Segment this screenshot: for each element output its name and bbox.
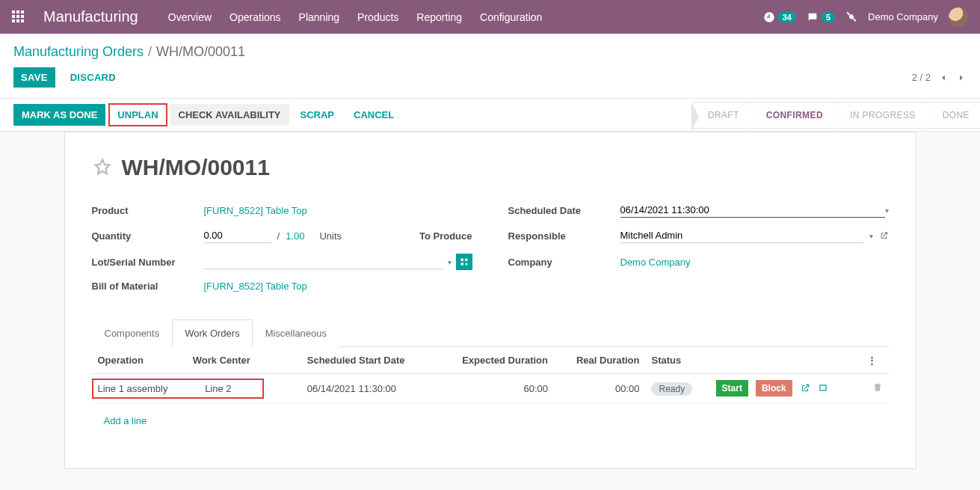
scheduled-date-caret-icon[interactable]: ▾ xyxy=(885,206,889,215)
form-sheet: WH/MO/00011 Product [FURN_8522] Table To… xyxy=(64,132,916,469)
pager-prev-icon[interactable] xyxy=(938,73,949,83)
clock-icon xyxy=(763,11,775,23)
scrap-button[interactable]: Scrap xyxy=(292,104,343,126)
breadcrumb: Manufacturing Orders / WH/MO/00011 xyxy=(0,34,980,64)
mark-done-button[interactable]: Mark as Done xyxy=(13,104,105,126)
menu-operations[interactable]: Operations xyxy=(229,11,280,23)
label-scheduled-date: Scheduled Date xyxy=(508,205,620,216)
label-product: Product xyxy=(92,205,204,216)
user-avatar[interactable] xyxy=(949,7,968,27)
grid-plus-icon xyxy=(460,257,469,266)
cell-real-dur[interactable]: 00:00 xyxy=(554,374,645,403)
th-work-center: Work Center xyxy=(187,347,301,374)
navbar-right: 34 5 Demo Company xyxy=(763,7,968,27)
record-title: WH/MO/00011 xyxy=(122,155,270,180)
cell-exp-dur[interactable]: 60:00 xyxy=(435,374,554,403)
messages-indicator[interactable]: 5 xyxy=(807,11,835,23)
column-menu-icon[interactable]: ⋮ xyxy=(867,355,877,366)
status-badge: Ready xyxy=(651,382,692,396)
status-stages: Draft Confirmed In Progress Done xyxy=(691,102,980,129)
label-bom: Bill of Material xyxy=(92,281,204,292)
quantity-input[interactable] xyxy=(204,228,271,243)
tools-icon[interactable] xyxy=(845,11,857,23)
activity-indicator[interactable]: 34 xyxy=(763,11,796,23)
scheduled-date-input[interactable] xyxy=(620,203,885,218)
title-row: WH/MO/00011 xyxy=(92,155,889,180)
th-sched-start: Scheduled Start Date xyxy=(301,347,435,374)
responsible-input[interactable] xyxy=(620,228,863,243)
field-responsible: Responsible ▾ xyxy=(508,228,889,243)
cell-work-center[interactable]: Line 2 xyxy=(205,383,231,394)
field-bom: Bill of Material [FURN_8522] Table Top xyxy=(92,281,472,292)
form-fields: Product [FURN_8522] Table Top Scheduled … xyxy=(92,203,889,292)
lot-add-button[interactable] xyxy=(456,254,472,270)
tablet-icon[interactable] xyxy=(818,383,828,393)
th-actions xyxy=(710,347,861,374)
block-button[interactable]: Block xyxy=(756,380,792,396)
menu-products[interactable]: Products xyxy=(357,11,398,23)
company-link[interactable]: Demo Company xyxy=(620,257,691,268)
stage-confirmed[interactable]: Confirmed xyxy=(750,102,833,129)
external-link-icon[interactable] xyxy=(879,230,889,241)
pager-next-icon[interactable] xyxy=(956,73,967,83)
th-status: Status xyxy=(645,347,709,374)
menu-overview[interactable]: Overview xyxy=(168,11,212,23)
discard-button[interactable]: Discard xyxy=(63,67,123,88)
th-exp-dur: Expected Duration xyxy=(435,347,554,374)
field-quantity: Quantity / 1.00 Units To Produce xyxy=(92,228,472,243)
tabs: Components Work Orders Miscellaneous xyxy=(92,319,889,347)
tab-misc[interactable]: Miscellaneous xyxy=(253,319,339,347)
trash-icon[interactable] xyxy=(872,382,883,393)
pager: 2 / 2 xyxy=(912,72,967,83)
cell-sched-start[interactable]: 06/14/2021 11:30:00 xyxy=(301,374,435,403)
tab-components[interactable]: Components xyxy=(92,319,173,347)
highlighted-cells: Line 1 assembly Line 2 xyxy=(92,379,264,399)
menu-planning[interactable]: Planning xyxy=(299,11,340,23)
menu-configuration[interactable]: Configuration xyxy=(480,11,542,23)
field-company: Company Demo Company xyxy=(508,254,889,270)
status-buttons: Mark as Done Unplan Check Availability S… xyxy=(0,99,416,131)
label-lot: Lot/Serial Number xyxy=(92,257,204,268)
cancel-button[interactable]: Cancel xyxy=(345,104,402,126)
chat-icon xyxy=(807,11,819,23)
responsible-caret-icon[interactable]: ▾ xyxy=(869,232,873,240)
th-real-dur: Real Duration xyxy=(554,347,645,374)
breadcrumb-root[interactable]: Manufacturing Orders xyxy=(13,44,144,60)
messages-badge: 5 xyxy=(822,12,835,22)
app-brand: Manufacturing xyxy=(43,8,138,25)
field-lot: Lot/Serial Number ▾ xyxy=(92,254,472,270)
tab-work-orders[interactable]: Work Orders xyxy=(172,319,252,347)
table-row[interactable]: Line 1 assembly Line 2 06/14/2021 11:30:… xyxy=(92,374,889,403)
label-company: Company xyxy=(508,257,620,268)
stage-in-progress[interactable]: In Progress xyxy=(833,102,926,129)
cell-operation[interactable]: Line 1 assembly xyxy=(98,383,203,394)
label-responsible: Responsible xyxy=(508,230,620,242)
menu-reporting[interactable]: Reporting xyxy=(416,11,462,23)
field-product: Product [FURN_8522] Table Top xyxy=(92,203,472,218)
product-link[interactable]: [FURN_8522] Table Top xyxy=(204,205,307,216)
company-name[interactable]: Demo Company xyxy=(868,11,938,22)
stage-done[interactable]: Done xyxy=(926,102,980,129)
apps-icon[interactable] xyxy=(12,10,25,24)
top-menu: Overview Operations Planning Products Re… xyxy=(168,11,543,23)
workorders-table: Operation Work Center Scheduled Start Da… xyxy=(92,347,889,438)
lot-input[interactable] xyxy=(204,254,443,269)
quantity-target[interactable]: 1.00 xyxy=(286,230,304,242)
save-button[interactable]: Save xyxy=(13,67,55,88)
favorite-star-icon[interactable] xyxy=(92,157,113,178)
bom-link[interactable]: [FURN_8522] Table Top xyxy=(204,281,307,292)
stage-draft[interactable]: Draft xyxy=(691,102,750,129)
add-line-link[interactable]: Add a line xyxy=(98,409,153,432)
breadcrumb-current: WH/MO/00011 xyxy=(156,44,245,60)
status-bar: Mark as Done Unplan Check Availability S… xyxy=(0,98,980,132)
th-operation: Operation xyxy=(92,347,187,374)
label-quantity: Quantity xyxy=(92,230,204,242)
quantity-uom: Units xyxy=(319,230,342,242)
unplan-button[interactable]: Unplan xyxy=(108,103,167,126)
lot-caret-icon[interactable]: ▾ xyxy=(448,258,452,266)
start-button[interactable]: Start xyxy=(716,380,748,396)
check-availability-button[interactable]: Check Availability xyxy=(170,104,289,126)
breadcrumb-sep: / xyxy=(148,44,152,60)
external-link-icon[interactable] xyxy=(800,383,810,393)
navbar: Manufacturing Overview Operations Planni… xyxy=(0,0,980,34)
